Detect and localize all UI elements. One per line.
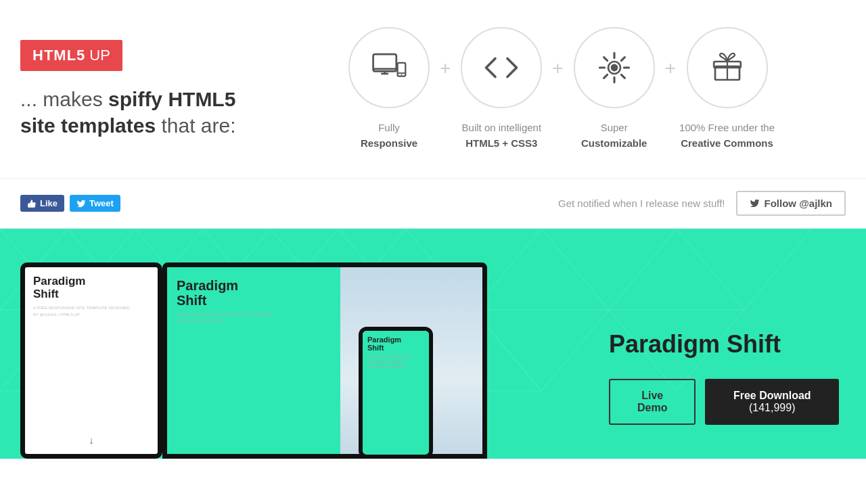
device-desktop: ParadigmShift A FREE RESPONSIVE SITE TEM… <box>162 262 487 459</box>
twitter-icon <box>76 199 86 208</box>
logo-html5-text: HTML5 <box>32 47 85 64</box>
svg-point-6 <box>401 74 403 75</box>
showcase-info-panel: Paradigm Shift Live Demo Free Download (… <box>582 296 866 459</box>
feature-html5css3-icon-circle <box>461 27 542 108</box>
template-actions: Live Demo Free Download (141,999) <box>609 379 839 425</box>
live-demo-button[interactable]: Live Demo <box>609 379 696 425</box>
gear-icon <box>596 49 633 86</box>
feature-free-icon-circle <box>687 27 768 108</box>
logo-badge: HTML5 UP <box>20 40 122 71</box>
tablet-mockup-title: ParadigmShift <box>33 275 150 300</box>
twitter-tweet-button[interactable]: Tweet <box>70 195 120 212</box>
logo-up-text: UP <box>89 47 110 64</box>
gift-icon <box>709 49 746 86</box>
tagline-bold: spiffy HTML5 <box>108 88 235 110</box>
template-title: Paradigm Shift <box>609 330 839 359</box>
template-showcase: ParadigmShift A FREE RESPONSIVE SITE TEM… <box>0 229 866 459</box>
tagline-middle: site templates <box>20 114 156 137</box>
device-phone: ParadigmShift A FREE RESPONSIVE SITE TEM… <box>359 327 433 459</box>
showcase-devices: ParadigmShift A FREE RESPONSIVE SITE TEM… <box>0 235 582 459</box>
feature-customizable: Super Customizable <box>560 27 668 151</box>
feature-responsive-label: Fully Responsive <box>361 120 417 151</box>
free-download-button[interactable]: Free Download (141,999) <box>705 379 839 425</box>
feature-responsive-icon-circle <box>348 27 430 108</box>
feature-html5css3-label: Built on intelligent HTML5 + CSS3 <box>462 120 542 151</box>
notify-text: Get notified when I release new stuff! <box>558 198 725 209</box>
device-tablet-screen: ParadigmShift A FREE RESPONSIVE SITE TEM… <box>25 267 158 454</box>
device-phone-screen: ParadigmShift A FREE RESPONSIVE SITE TEM… <box>363 331 429 455</box>
twitter-follow-button[interactable]: Follow @ajlkn <box>736 191 846 216</box>
code-icon <box>483 49 520 86</box>
twitter-follow-icon <box>750 198 760 208</box>
device-desktop-screen: ParadigmShift A FREE RESPONSIVE SITE TEM… <box>167 267 482 454</box>
tablet-mockup-subtitle: A FREE RESPONSIVE SITE TEMPLATE DESIGNED… <box>33 305 150 318</box>
tagline-suffix: that are: <box>161 114 235 137</box>
tagline-prefix: ... makes <box>20 88 103 110</box>
feature-responsive: Fully Responsive <box>335 27 443 151</box>
hero-left: HTML5 UP ... makes spiffy HTML5 site tem… <box>20 40 277 139</box>
social-right: Get notified when I release new stuff! F… <box>558 191 846 216</box>
feature-free: 100% Free under the Creative Commons <box>673 27 781 151</box>
feature-customizable-icon-circle <box>574 27 655 108</box>
hero-section: HTML5 UP ... makes spiffy HTML5 site tem… <box>0 0 866 178</box>
social-buttons-left: Like Tweet <box>20 195 120 212</box>
feature-customizable-label: Super Customizable <box>581 120 647 151</box>
social-bar: Like Tweet Get notified when I release n… <box>0 178 866 229</box>
thumbs-up-icon <box>27 199 37 208</box>
device-tablet: ParadigmShift A FREE RESPONSIVE SITE TEM… <box>20 262 162 459</box>
hero-tagline: ... makes spiffy HTML5 site templates th… <box>20 86 277 139</box>
facebook-like-button[interactable]: Like <box>20 195 64 212</box>
monitor-mobile-icon <box>371 49 407 86</box>
feature-free-label: 100% Free under the Creative Commons <box>679 120 775 151</box>
feature-html5css3: Built on intelligent HTML5 + CSS3 <box>447 27 555 151</box>
svg-point-7 <box>610 64 618 72</box>
features-row: Fully Responsive + Built on intelligent … <box>277 27 839 151</box>
